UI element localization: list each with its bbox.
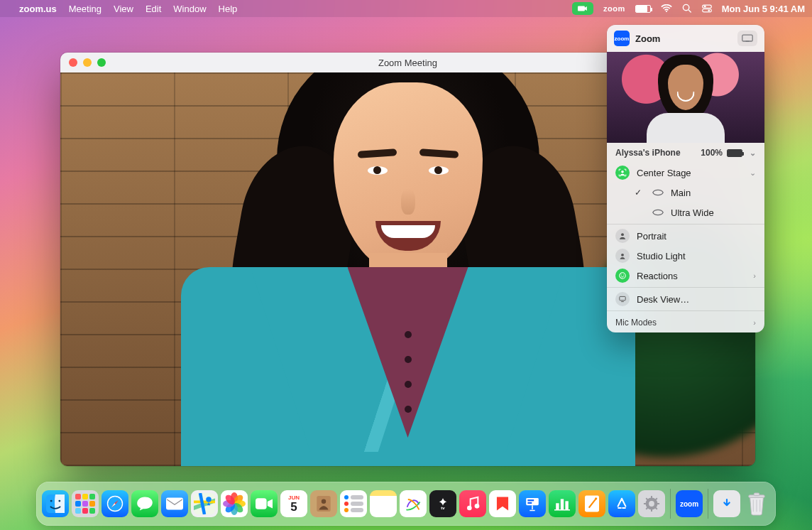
svg-point-12 [623, 275, 624, 276]
svg-rect-28 [526, 498, 539, 505]
svg-rect-29 [527, 499, 534, 501]
control-center-icon[interactable] [702, 4, 712, 13]
dock-reminders[interactable] [340, 490, 367, 517]
dock-separator [670, 489, 671, 519]
dock-contacts[interactable] [310, 490, 337, 517]
participant-main [167, 72, 649, 466]
dock-settings[interactable] [638, 490, 665, 517]
popover-header: zoom Zoom [607, 25, 764, 52]
svg-text:tv: tv [441, 506, 445, 510]
lens-icon [652, 209, 664, 216]
menu-view[interactable]: View [114, 4, 133, 14]
svg-point-38 [649, 501, 654, 507]
svg-point-21 [206, 497, 212, 502]
dock-pages[interactable] [578, 490, 605, 517]
svg-point-10 [620, 273, 625, 278]
menu-meeting[interactable]: Meeting [69, 4, 102, 14]
dock-keynote[interactable] [519, 490, 546, 517]
studio-light-row[interactable]: Studio Light [607, 246, 764, 266]
dock-music[interactable] [459, 490, 486, 517]
menu-edit[interactable]: Edit [146, 4, 161, 14]
dock-tv[interactable]: tv [429, 490, 456, 517]
studio-light-icon [615, 249, 630, 263]
dock-news[interactable] [489, 490, 516, 517]
device-battery-pct: 100% [701, 148, 723, 158]
lens-icon [652, 189, 664, 196]
svg-point-16 [58, 500, 60, 502]
svg-point-3 [704, 6, 706, 8]
svg-point-11 [621, 275, 622, 276]
battery-status-icon[interactable] [635, 5, 651, 13]
dock-zoom[interactable]: zoom [676, 490, 703, 517]
dock-trash[interactable] [743, 490, 770, 517]
svg-rect-22 [256, 498, 267, 509]
screen-share-button[interactable] [737, 31, 757, 46]
portrait-row[interactable]: Portrait [607, 226, 764, 246]
dock-notes[interactable] [370, 490, 397, 517]
svg-rect-34 [554, 509, 570, 510]
app-menu[interactable]: zoom.us [19, 4, 57, 14]
dock-appstore[interactable] [608, 490, 635, 517]
svg-rect-33 [565, 501, 568, 509]
center-stage-row[interactable]: Center Stage ⌄ [607, 163, 764, 183]
svg-point-36 [595, 497, 597, 499]
lens-main-row[interactable]: ✓ Main [607, 183, 764, 202]
reactions-row[interactable]: Reactions › [607, 266, 764, 286]
dock: JUN5 tv zoom [36, 482, 776, 526]
reactions-icon [615, 269, 630, 283]
calendar-day-label: 5 [290, 501, 297, 513]
svg-point-8 [621, 233, 624, 236]
dock-numbers[interactable] [549, 490, 576, 517]
desktop: zoom.us Meeting View Edit Window Help zo… [0, 0, 812, 530]
dock-photos[interactable] [221, 490, 248, 517]
menu-bar-clock[interactable]: Mon Jun 5 9:41 AM [722, 4, 805, 14]
lens-ultrawide-label: Ultra Wide [671, 207, 756, 218]
svg-point-15 [50, 500, 53, 502]
dock-freeform[interactable] [400, 490, 427, 517]
lens-ultrawide-row[interactable]: Ultra Wide [607, 202, 764, 222]
menu-help[interactable]: Help [219, 4, 238, 14]
status-zoom-label[interactable]: zoom [603, 4, 625, 13]
spotlight-icon[interactable] [682, 4, 692, 13]
dock-messages[interactable] [131, 490, 158, 517]
dock-finder[interactable] [42, 490, 69, 517]
camera-status-pill[interactable] [572, 2, 593, 15]
mic-modes-row[interactable]: Mic Modes › [607, 313, 764, 332]
screen-share-icon [742, 34, 753, 43]
device-battery: 100% [701, 148, 742, 158]
svg-rect-31 [556, 503, 559, 509]
popover-app-name: Zoom [635, 33, 660, 44]
device-row[interactable]: Alyssa's iPhone 100% ⌄ [607, 143, 764, 163]
dock-facetime[interactable] [251, 490, 278, 517]
desk-view-icon [615, 292, 630, 306]
participant-self [643, 52, 728, 143]
dock-maps[interactable] [191, 490, 218, 517]
checkmark-icon: ✓ [631, 188, 645, 198]
svg-point-24 [322, 499, 326, 504]
zoom-app-icon: zoom [614, 31, 630, 46]
svg-rect-13 [620, 296, 625, 300]
studio-light-label: Studio Light [637, 251, 756, 261]
svg-point-5 [708, 9, 710, 11]
reactions-label: Reactions [637, 271, 746, 281]
dock-launchpad[interactable] [72, 490, 99, 517]
dock-calendar[interactable]: JUN5 [280, 490, 307, 517]
svg-point-1 [683, 4, 688, 10]
wifi-status-icon[interactable] [661, 4, 672, 13]
svg-rect-19 [166, 498, 183, 510]
svg-rect-32 [561, 499, 564, 509]
desk-view-row[interactable]: Desk View… [607, 289, 764, 309]
dock-mail[interactable] [161, 490, 188, 517]
svg-rect-41 [754, 493, 759, 496]
menu-window[interactable]: Window [173, 4, 206, 14]
svg-rect-6 [742, 35, 752, 41]
chevron-right-icon: › [753, 271, 756, 280]
dock-safari[interactable] [102, 490, 128, 517]
lens-main-label: Main [671, 188, 756, 198]
svg-point-7 [621, 171, 624, 173]
svg-point-26 [467, 506, 472, 511]
dock-downloads[interactable] [713, 490, 740, 517]
svg-point-0 [666, 11, 667, 12]
dock-separator [708, 489, 708, 519]
camera-preview [607, 52, 764, 143]
